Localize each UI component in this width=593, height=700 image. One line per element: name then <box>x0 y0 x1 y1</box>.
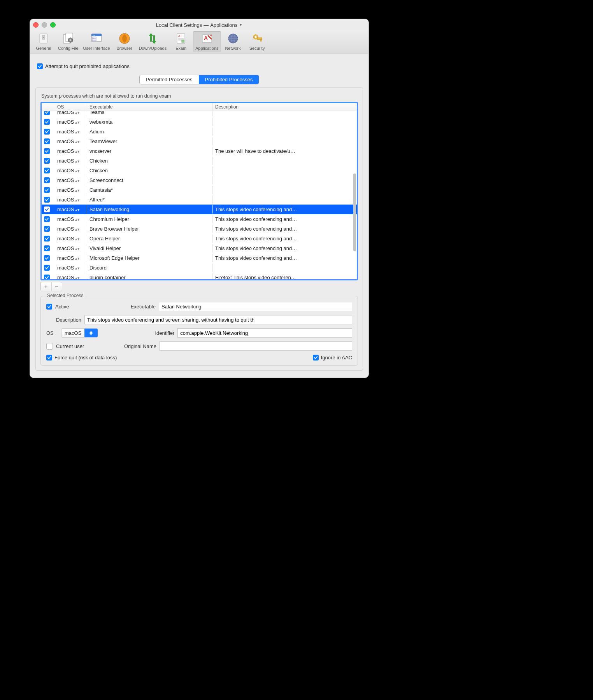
col-executable[interactable]: Executable <box>87 103 213 111</box>
chevron-down-icon: ▼ <box>239 23 242 27</box>
toolbar-item-general[interactable]: General <box>32 31 56 52</box>
row-os: macOS <box>57 111 74 115</box>
add-remove-control: + − <box>40 282 62 291</box>
tab-prohibited[interactable]: Prohibited Processes <box>199 75 259 84</box>
svg-text:New: New <box>93 38 96 40</box>
ignore-aac-checkbox[interactable] <box>313 355 319 360</box>
svg-text:File: File <box>93 34 95 36</box>
row-active-checkbox[interactable] <box>44 275 50 280</box>
toolbar-item-apps[interactable]: AApplications <box>193 31 221 52</box>
table-row[interactable]: macOS▲▼ Alfred* <box>42 195 357 205</box>
row-active-checkbox[interactable] <box>44 255 50 261</box>
table-row[interactable]: macOS▲▼ Chromium Helper This stops video… <box>42 214 357 224</box>
browser-icon <box>118 32 131 45</box>
row-active-checkbox[interactable] <box>44 168 50 173</box>
row-description <box>213 131 357 133</box>
table-row[interactable]: macOS▲▼ Microsoft Edge Helper This stops… <box>42 253 357 263</box>
table-row[interactable]: macOS▲▼ webexmta <box>42 117 357 127</box>
table-row[interactable]: macOS▲▼ plugin-container Firefox: This s… <box>42 273 357 279</box>
table-row[interactable]: macOS▲▼ Chicken <box>42 166 357 175</box>
col-description[interactable]: Description <box>213 103 357 111</box>
svg-point-27 <box>254 36 256 38</box>
active-checkbox[interactable] <box>46 304 52 310</box>
sort-arrows-icon: ▲▼ <box>74 266 79 270</box>
col-os[interactable]: OS <box>55 103 87 111</box>
executable-input[interactable] <box>159 302 352 311</box>
minimize-icon[interactable] <box>42 22 47 28</box>
row-os: macOS <box>57 255 74 261</box>
window-title[interactable]: Local Client Settings — Applications ▼ <box>60 22 338 28</box>
row-executable: Camtasia* <box>87 186 213 194</box>
current-user-checkbox[interactable] <box>46 343 53 350</box>
row-active-checkbox[interactable] <box>44 245 50 251</box>
table-row[interactable]: macOS▲▼ Screenconnect <box>42 175 357 185</box>
toolbar-label: Applications <box>195 46 218 51</box>
row-description <box>213 160 357 162</box>
close-icon[interactable] <box>33 22 39 28</box>
sort-arrows-icon: ▲▼ <box>74 111 79 115</box>
table-row[interactable]: macOS▲▼ Camtasia* <box>42 185 357 195</box>
row-active-checkbox[interactable] <box>44 177 50 183</box>
remove-button[interactable]: − <box>52 282 62 291</box>
row-active-checkbox[interactable] <box>44 119 50 125</box>
row-os: macOS <box>57 168 74 173</box>
row-active-checkbox[interactable] <box>44 148 50 154</box>
toolbar-item-network[interactable]: Network <box>221 31 245 52</box>
table-row[interactable]: macOS▲▼ Vivaldi Helper This stops video … <box>42 243 357 253</box>
table-row[interactable]: macOS▲▼ Teams <box>42 111 357 117</box>
table-header: OS Executable Description <box>42 103 357 111</box>
security-icon <box>251 32 264 45</box>
row-executable: TeamViewer <box>87 137 213 145</box>
row-active-checkbox[interactable] <box>44 197 50 203</box>
row-active-checkbox[interactable] <box>44 111 50 115</box>
table-row[interactable]: macOS▲▼ TeamViewer <box>42 136 357 146</box>
row-active-checkbox[interactable] <box>44 129 50 135</box>
attempt-quit-label: Attempt to quit prohibited applications <box>45 63 130 69</box>
original-name-input[interactable] <box>160 341 352 351</box>
row-description: This stops video conferencing and… <box>213 254 357 262</box>
table-row[interactable]: macOS▲▼ Brave Browser Helper This stops … <box>42 224 357 234</box>
identifier-input[interactable] <box>177 328 352 338</box>
row-active-checkbox[interactable] <box>44 206 50 212</box>
table-row[interactable]: macOS▲▼ Chicken <box>42 156 357 166</box>
description-label: Description <box>46 317 81 323</box>
selected-process-group: Selected Process Active Executable Descr… <box>40 296 358 366</box>
attempt-quit-checkbox[interactable] <box>37 63 43 69</box>
table-row[interactable]: macOS▲▼ Adium <box>42 127 357 136</box>
row-description <box>213 199 357 201</box>
toolbar-item-ui[interactable]: FileNewUser Interface <box>81 31 112 52</box>
sort-arrows-icon: ▲▼ <box>74 159 79 163</box>
row-active-checkbox[interactable] <box>44 265 50 271</box>
svg-rect-29 <box>260 40 261 41</box>
row-os: macOS <box>57 216 74 222</box>
table-body[interactable]: macOS▲▼ Teams macOS▲▼ webexmta macOS▲▼ A… <box>42 111 357 279</box>
row-active-checkbox[interactable] <box>44 187 50 193</box>
table-row[interactable]: macOS▲▼ Discord <box>42 263 357 273</box>
row-active-checkbox[interactable] <box>44 216 50 222</box>
table-row[interactable]: macOS▲▼ vncserver The user will have to … <box>42 146 357 156</box>
row-active-checkbox[interactable] <box>44 236 50 242</box>
table-row[interactable]: macOS▲▼ Safari Networking This stops vid… <box>42 205 357 214</box>
table-row[interactable]: macOS▲▼ Opera Helper This stops video co… <box>42 234 357 243</box>
description-input[interactable] <box>84 315 352 324</box>
toolbar-item-browser[interactable]: Browser <box>112 31 137 52</box>
title-sep: — <box>204 22 209 28</box>
toolbar-label: Config File <box>58 46 79 51</box>
zoom-icon[interactable] <box>50 22 56 28</box>
toolbar-item-config[interactable]: Config File <box>56 31 81 52</box>
add-button[interactable]: + <box>41 282 52 291</box>
scrollbar[interactable] <box>353 173 356 251</box>
row-active-checkbox[interactable] <box>44 138 50 144</box>
tab-permitted[interactable]: Permitted Processes <box>140 75 199 84</box>
row-active-checkbox[interactable] <box>44 158 50 164</box>
original-name-label: Original Name <box>110 343 156 349</box>
general-icon <box>37 32 50 45</box>
toolbar-item-security[interactable]: Security <box>245 31 269 52</box>
toolbar-item-updown[interactable]: Down/Uploads <box>137 31 169 52</box>
row-executable: plugin-container <box>87 273 213 279</box>
os-label: OS <box>46 330 58 336</box>
force-quit-checkbox[interactable] <box>46 355 52 360</box>
row-active-checkbox[interactable] <box>44 226 50 232</box>
toolbar-item-exam[interactable]: A+Exam <box>169 31 193 52</box>
os-select[interactable]: macOS <box>61 328 98 338</box>
